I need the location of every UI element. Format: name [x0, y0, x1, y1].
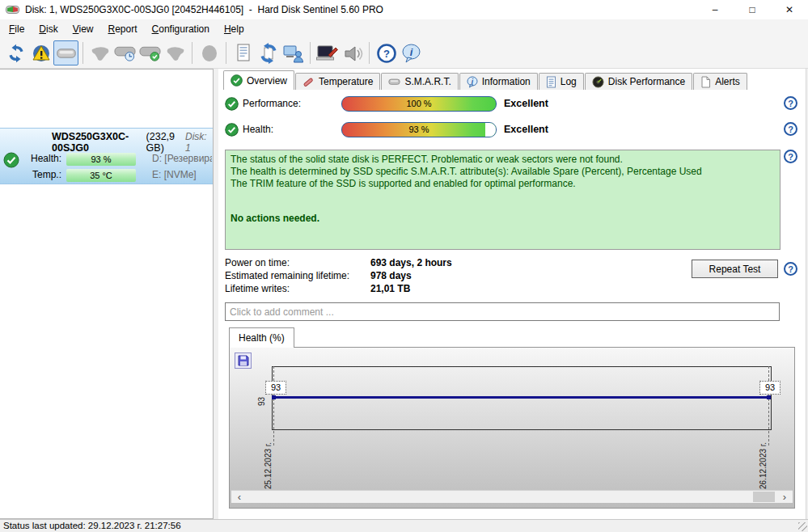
help-toolbar-icon[interactable]: ? [374, 40, 399, 65]
tab-smart[interactable]: S.M.A.R.T. [381, 73, 458, 90]
performance-check-icon [225, 97, 239, 111]
scroll-left-arrow-icon[interactable]: ‹ [233, 491, 246, 503]
sync-icon[interactable] [256, 40, 281, 65]
stat-row: Lifetime writes: 21,01 TB [225, 283, 565, 296]
disk-overview-icon[interactable] [53, 40, 78, 65]
performance-label: Performance: [243, 98, 301, 109]
disk-name: WDS250G3X0C-00SJG0 [52, 131, 142, 154]
y-axis-tick-label: 93 [257, 388, 266, 406]
menu-configuration[interactable]: Configuration [145, 21, 217, 37]
data-point-left [272, 395, 276, 399]
performance-bar: 100 % [341, 96, 497, 112]
power-on-time-label: Power on time: [225, 257, 290, 268]
tab-log-label: Log [561, 76, 577, 87]
health-row: Health: 93 % Excellent [225, 122, 801, 138]
status-help-icon[interactable] [784, 150, 797, 163]
resize-grip[interactable] [798, 522, 807, 531]
repeat-test-help-icon[interactable] [784, 262, 797, 276]
lifetime-writes-label: Lifetime writes: [225, 283, 290, 294]
health-bar: 93 % [341, 122, 497, 137]
chart-scrollbar[interactable]: ‹ › [231, 490, 793, 503]
x-axis-label-left: 25.12.2023 г. [264, 431, 273, 489]
alerts-page-icon [700, 76, 711, 88]
repeat-test-button[interactable]: Repeat Test [692, 260, 778, 278]
network-icon[interactable] [281, 40, 306, 65]
point-label-right: 93 [759, 381, 781, 395]
disk-clock-icon[interactable] [112, 40, 137, 65]
partition-d-label: D: [Резервира [152, 153, 212, 164]
disk-index: Disk: 1 [185, 131, 209, 154]
chart-tab-health[interactable]: Health (%) [229, 327, 294, 348]
power-on-time-value: 693 days, 2 hours [370, 257, 452, 268]
stat-row: Power on time: 693 days, 2 hours [225, 257, 565, 270]
main-panel: Overview Temperature S.M.A.R.T. i Inform… [218, 69, 806, 519]
remaining-lifetime-value: 978 days [370, 270, 412, 281]
health-label: Health: [243, 124, 273, 135]
chart-tab-label: Health (%) [239, 332, 285, 344]
toolbar-separator [82, 42, 83, 64]
menu-help[interactable]: Help [217, 21, 252, 37]
toolbar: ? i [0, 38, 808, 69]
window-title: Disk: 1, WDS250G3X0C-00SJG0 [20452H44610… [25, 4, 383, 15]
disk-tools-icon[interactable] [87, 40, 112, 65]
status-action-line: No actions needed. [231, 213, 775, 225]
scroll-right-arrow-icon[interactable]: › [778, 491, 791, 503]
menu-view[interactable]: View [66, 21, 101, 37]
tab-alerts[interactable]: Alerts [693, 73, 747, 90]
usage-icon[interactable] [197, 40, 222, 65]
sidebar-temp-label: Temp.: [6, 169, 61, 180]
lifetime-writes-value: 21,01 TB [370, 283, 410, 294]
floppy-save-icon [238, 355, 249, 366]
gauge-icon [592, 76, 604, 88]
x-axis-label-right: 26.12.2023 г. [759, 431, 768, 489]
disk-stats: Power on time: 693 days, 2 hours Estimat… [225, 257, 565, 296]
status-bar: Status last updated: 29.12.2023 г. 21:27… [0, 519, 808, 532]
status-warning-icon[interactable] [28, 40, 53, 65]
tab-information[interactable]: i Information [459, 73, 538, 90]
maximize-button[interactable]: □ [734, 0, 771, 19]
disk-size: (232,9 GB) [146, 131, 185, 154]
toolbar-separator [226, 42, 226, 64]
scrollbar-thumb[interactable] [753, 492, 775, 502]
tab-overview-label: Overview [247, 75, 287, 87]
status-line: The health is determined by SSD specific… [231, 166, 775, 178]
performance-bar-value: 100 % [342, 97, 496, 111]
tab-log[interactable]: Log [539, 73, 584, 90]
disk-list-item-selected[interactable]: WDS250G3X0C-00SJG0 (232,9 GB) Disk: 1 He… [0, 128, 213, 184]
health-line-series [273, 396, 769, 399]
chart-gridline-right [768, 366, 769, 445]
sidebar-health-label: Health: [6, 153, 61, 164]
tab-overview[interactable]: Overview [223, 70, 294, 90]
menu-report[interactable]: Report [101, 21, 145, 37]
comment-input[interactable] [225, 302, 780, 321]
sound-icon[interactable] [340, 40, 365, 65]
health-help-icon[interactable] [784, 122, 797, 136]
surface-test-icon[interactable] [315, 40, 340, 65]
close-button[interactable]: ✕ [771, 0, 808, 19]
save-chart-button[interactable] [235, 353, 252, 369]
svg-text:i: i [410, 46, 413, 58]
data-point-right [767, 395, 771, 399]
refresh-icon[interactable] [3, 40, 28, 65]
remaining-lifetime-label: Estimated remaining lifetime: [225, 270, 349, 281]
info-toolbar-icon[interactable]: i [399, 40, 424, 65]
health-check-icon [225, 123, 239, 137]
status-line: The TRIM feature of the SSD is supported… [231, 178, 775, 190]
tab-bar: Overview Temperature S.M.A.R.T. i Inform… [223, 70, 806, 90]
title-bar: Disk: 1, WDS250G3X0C-00SJG0 [20452H44610… [0, 0, 808, 19]
performance-help-icon[interactable] [784, 96, 797, 110]
menu-disk[interactable]: Disk [32, 21, 65, 37]
overview-check-icon [231, 74, 243, 87]
disk-tools2-icon[interactable] [163, 40, 188, 65]
menu-file[interactable]: File [2, 21, 32, 37]
tab-disk-performance[interactable]: Disk Performance [585, 73, 692, 90]
toolbar-separator [192, 42, 192, 64]
menu-bar: File Disk View Report Configuration Help [0, 19, 808, 38]
tab-temperature[interactable]: Temperature [295, 73, 380, 90]
partition-e-label: E: [NVMe] [152, 169, 212, 180]
toolbar-separator [310, 42, 311, 64]
disk-accept-icon[interactable] [137, 40, 163, 65]
minimize-button[interactable]: – [696, 0, 734, 19]
sidebar-temp-bar: 35 °C [66, 169, 136, 182]
report-icon[interactable] [231, 40, 256, 65]
